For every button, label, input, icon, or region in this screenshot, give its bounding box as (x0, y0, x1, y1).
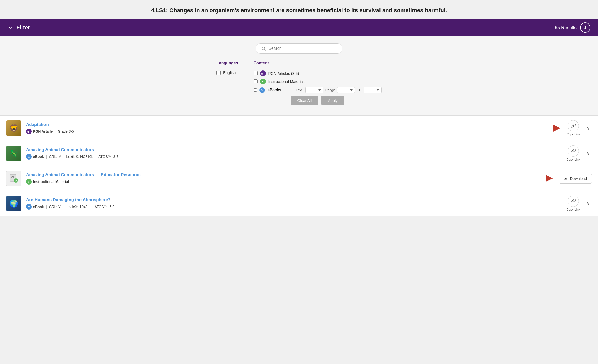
im-badge-icon: ● (26, 179, 32, 185)
ebook-icon: ◎ (259, 87, 265, 93)
level-select[interactable] (305, 87, 323, 93)
ebook-badge: ◎ eBook (26, 204, 44, 210)
range-label: Range (325, 88, 335, 92)
result-title[interactable]: Adaptation (26, 122, 549, 127)
result-info: Are Humans Damaging the Atmosphere? ◎ eB… (26, 197, 562, 210)
expand-button[interactable]: ∨ (584, 124, 592, 132)
result-info: Amazing Animal Communicators ◎ eBook | G… (26, 147, 562, 160)
result-thumbnail: 🦎 (6, 146, 21, 161)
table-row: 🦎 Amazing Animal Communicators ◎ eBook |… (0, 141, 598, 166)
pgn-badge-label: PGN Article (33, 129, 53, 134)
ebook-badge-icon: ◎ (26, 154, 32, 160)
ebook-badge-icon: ◎ (26, 204, 32, 210)
copy-link-button[interactable]: Copy Link (567, 196, 580, 211)
result-thumbnail: 🦁 (6, 120, 21, 136)
level-label: Level (296, 88, 303, 92)
pgn-badge: go PGN Article (26, 129, 53, 134)
results-count: 95 Results (555, 25, 577, 30)
copy-link-circle[interactable] (568, 196, 579, 207)
link-icon (571, 199, 576, 204)
result-actions: Download (546, 174, 592, 184)
ebooks-checkbox[interactable] (254, 88, 257, 92)
atos-label: ATOS™: 6.9 (95, 205, 114, 209)
level-range-row: Level Range TO (296, 87, 382, 93)
pgn-badge-icon: go (26, 129, 32, 134)
filter-label: Filter (16, 24, 30, 31)
search-row (8, 43, 590, 54)
result-actions: Copy Link ∨ (567, 196, 592, 211)
grl-label: GRL: Y (49, 205, 61, 209)
educator-thumb-icon: Ab_ (9, 174, 18, 183)
result-title[interactable]: Amazing Animal Communicators (26, 147, 562, 152)
copy-link-label: Copy Link (567, 158, 580, 161)
im-checkbox[interactable] (254, 79, 258, 83)
to-label: TO (357, 88, 362, 92)
im-badge: ● Instructional Material (26, 179, 69, 185)
ebook-badge-label: eBook (33, 205, 44, 209)
copy-link-button[interactable]: Copy Link (567, 120, 580, 136)
apply-button[interactable]: Apply (321, 96, 344, 105)
copy-link-button[interactable]: Copy Link (567, 145, 580, 161)
english-checkbox-row: English (216, 70, 238, 75)
page-title: 4.LS1: Changes in an organism's environm… (0, 0, 598, 19)
download-button[interactable]: Download (559, 174, 592, 184)
english-label: English (223, 70, 236, 75)
grade-label: Grade 3-5 (58, 129, 74, 134)
expand-button[interactable]: ∨ (584, 200, 592, 207)
table-row: 🦁 Adaptation go PGN Article | Grade 3-5 (0, 116, 598, 141)
result-info: Adaptation go PGN Article | Grade 3-5 (26, 122, 549, 134)
result-title[interactable]: Amazing Animal Communicators — Educator … (26, 172, 541, 177)
link-icon (571, 149, 576, 154)
copy-link-circle[interactable] (568, 120, 579, 131)
pgn-label: PGN Articles (3-5) (268, 71, 299, 76)
download-results-button[interactable]: ⬇ (580, 22, 590, 33)
search-box (256, 43, 342, 54)
pgn-checkbox-row: go PGN Articles (3-5) (254, 70, 382, 76)
english-checkbox[interactable] (216, 71, 221, 75)
result-thumbnail: Ab_ (6, 171, 21, 186)
im-checkbox-row: ● Instructional Materials (254, 79, 382, 84)
result-meta: go PGN Article | Grade 3-5 (26, 129, 549, 134)
download-icon (564, 176, 568, 180)
filter-panel: Languages English Content go PGN Article… (0, 36, 598, 116)
results-list: 🦁 Adaptation go PGN Article | Grade 3-5 (0, 116, 598, 216)
chevron-down-icon[interactable] (8, 25, 13, 30)
expand-button[interactable]: ∨ (584, 150, 592, 157)
table-row: Ab_ Amazing Animal Communicators — Educa… (0, 166, 598, 191)
chevron-down-icon: ∨ (586, 151, 590, 156)
chevron-down-icon: ∨ (586, 125, 590, 131)
languages-title: Languages (216, 61, 238, 67)
svg-point-0 (262, 47, 265, 50)
range-to-select[interactable] (364, 87, 382, 93)
result-actions: Copy Link ∨ (553, 120, 592, 136)
range-from-select[interactable] (337, 87, 355, 93)
link-icon (571, 123, 576, 128)
ebooks-label: eBooks (268, 88, 281, 92)
result-meta: ◎ eBook | GRL: Y | Lexile®: 1040L | ATOS… (26, 204, 562, 210)
arrow-icon (546, 175, 553, 182)
copy-link-label: Copy Link (567, 132, 580, 136)
atos-label: ATOS™: 3.7 (98, 155, 118, 159)
result-meta: ● Instructional Material (26, 179, 541, 185)
svg-line-1 (264, 49, 266, 50)
filter-bar-right: 95 Results ⬇ (555, 22, 590, 33)
im-label: Instructional Materials (268, 79, 306, 84)
arrow-icon (553, 125, 560, 132)
result-title[interactable]: Are Humans Damaging the Atmosphere? (26, 197, 562, 202)
result-thumbnail: 🌍 (6, 196, 21, 211)
copy-link-circle[interactable] (568, 145, 579, 157)
pgn-checkbox[interactable] (254, 71, 258, 75)
search-input[interactable] (269, 46, 337, 51)
filter-bar-left[interactable]: Filter (8, 24, 30, 31)
chevron-down-icon: ∨ (586, 201, 590, 206)
content-title: Content (254, 61, 382, 67)
result-meta: ◎ eBook | GRL: M | Lexile®: NC810L | ATO… (26, 154, 562, 160)
im-icon: ● (260, 79, 266, 84)
lexile-label: Lexile®: 1040L (66, 205, 90, 209)
download-label: Download (570, 176, 587, 181)
lexile-label: Lexile®: NC810L (66, 155, 93, 159)
svg-text:Ab_: Ab_ (11, 176, 16, 178)
ebooks-row: ◎ eBooks | Level Range TO (254, 87, 382, 93)
table-row: 🌍 Are Humans Damaging the Atmosphere? ◎ … (0, 191, 598, 216)
clear-all-button[interactable]: Clear All (291, 96, 318, 105)
